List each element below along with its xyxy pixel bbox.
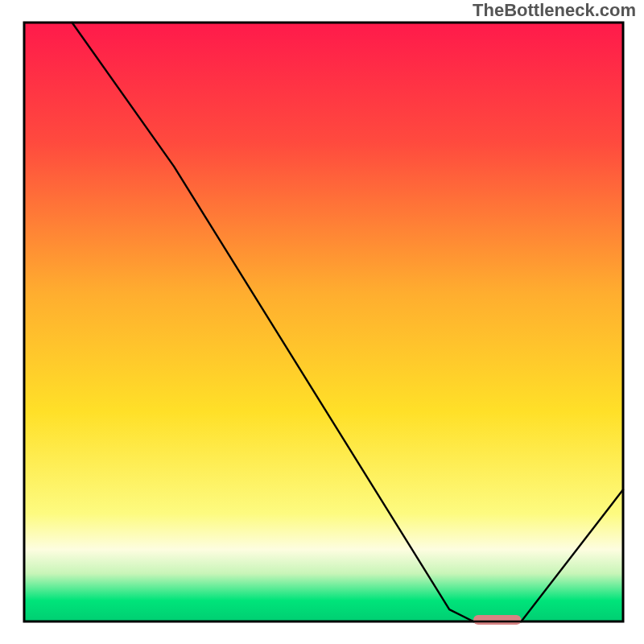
bottleneck-chart xyxy=(0,0,644,644)
optimal-marker xyxy=(473,615,522,625)
plot-background xyxy=(24,23,623,621)
chart-container: TheBottleneck.com xyxy=(0,0,644,644)
watermark-label: TheBottleneck.com xyxy=(473,0,636,21)
